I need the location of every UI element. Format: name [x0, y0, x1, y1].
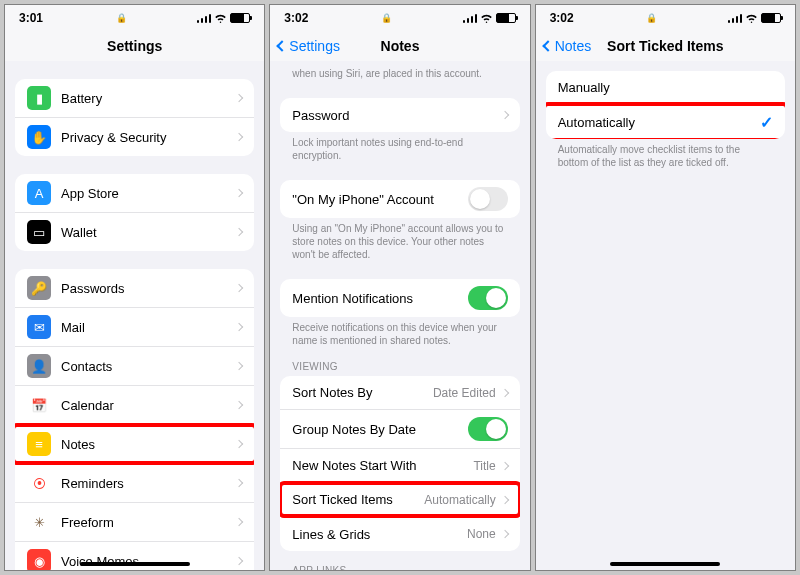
password-footnote: Lock important notes using end-to-end en…: [280, 132, 519, 162]
status-time: 3:01: [19, 11, 43, 25]
settings-row-wallet[interactable]: ▭Wallet: [15, 213, 254, 251]
settings-row-notes[interactable]: ≡Notes: [15, 425, 254, 464]
settings-row-contacts[interactable]: 👤Contacts: [15, 347, 254, 386]
page-title: Sort Ticked Items: [607, 38, 723, 54]
mention-toggle[interactable]: [468, 286, 508, 310]
status-time: 3:02: [284, 11, 308, 25]
row-label: Password: [292, 108, 501, 123]
sort-options-list[interactable]: ManuallyAutomatically✓ Automatically mov…: [536, 61, 795, 570]
notes-settings-list[interactable]: when using Siri, are placed in this acco…: [270, 61, 529, 570]
notes-settings-screen: 3:02🔒 Settings Notes when using Siri, ar…: [269, 4, 530, 571]
battery-icon: [230, 13, 250, 23]
chevron-right-icon: [235, 133, 243, 141]
view-row-group-notes-by-date[interactable]: Group Notes By Date: [280, 410, 519, 449]
chevron-left-icon: [542, 40, 553, 51]
cell-signal-icon: [197, 13, 211, 23]
settings-list[interactable]: ▮Battery✋Privacy & SecurityAApp Store▭Wa…: [5, 61, 264, 570]
chevron-right-icon: [235, 440, 243, 448]
page-title: Settings: [107, 38, 162, 54]
chevron-right-icon: [500, 111, 508, 119]
voicememos-icon: ◉: [27, 549, 51, 570]
row-label: Manually: [558, 80, 773, 95]
chevron-left-icon: [277, 40, 288, 51]
sort-options-group: ManuallyAutomatically✓: [546, 71, 785, 139]
row-label: "On My iPhone" Account: [292, 192, 467, 207]
chevron-right-icon: [235, 518, 243, 526]
settings-row-privacy-security[interactable]: ✋Privacy & Security: [15, 118, 254, 156]
viewing-header: VIEWING: [280, 347, 519, 376]
password-group: Password: [280, 98, 519, 132]
status-time: 3:02: [550, 11, 574, 25]
freeform-icon: ✳︎: [27, 510, 51, 534]
chevron-right-icon: [500, 495, 508, 503]
nav-bar: Settings: [5, 31, 264, 61]
row-label: Battery: [61, 91, 236, 106]
view-row-sort-notes-by[interactable]: Sort Notes ByDate Edited: [280, 376, 519, 410]
settings-row-reminders[interactable]: ⦿Reminders: [15, 464, 254, 503]
chevron-right-icon: [235, 557, 243, 565]
applinks-header: APP LINKS: [280, 551, 519, 570]
wallet-icon: ▭: [27, 220, 51, 244]
chevron-right-icon: [235, 94, 243, 102]
sort-option-manually[interactable]: Manually: [546, 71, 785, 105]
reminders-icon: ⦿: [27, 471, 51, 495]
contacts-icon: 👤: [27, 354, 51, 378]
chevron-right-icon: [235, 323, 243, 331]
battery-icon: ▮: [27, 86, 51, 110]
row-value: Date Edited: [433, 386, 496, 400]
toggle[interactable]: [468, 417, 508, 441]
cell-signal-icon: [463, 13, 477, 23]
row-value: None: [467, 527, 496, 541]
sort-footnote: Automatically move checklist items to th…: [546, 139, 785, 169]
settings-screen: 3:01🔒 Settings ▮Battery✋Privacy & Securi…: [4, 4, 265, 571]
back-button[interactable]: Settings: [278, 38, 340, 54]
nav-bar: Settings Notes: [270, 31, 529, 61]
mention-row[interactable]: Mention Notifications: [280, 279, 519, 317]
page-title: Notes: [381, 38, 420, 54]
row-label: Freeform: [61, 515, 236, 530]
chevron-right-icon: [235, 189, 243, 197]
check-icon: ✓: [760, 113, 773, 132]
settings-row-mail[interactable]: ✉︎Mail: [15, 308, 254, 347]
row-value: Automatically: [424, 493, 495, 507]
row-label: New Notes Start With: [292, 458, 473, 473]
chevron-right-icon: [235, 228, 243, 236]
settings-row-calendar[interactable]: 📅Calendar: [15, 386, 254, 425]
home-indicator[interactable]: [80, 562, 190, 566]
back-button[interactable]: Notes: [544, 38, 592, 54]
settings-group: ▮Battery✋Privacy & Security: [15, 79, 254, 156]
view-row-sort-ticked-items[interactable]: Sort Ticked ItemsAutomatically: [280, 483, 519, 517]
row-label: Voice Memos: [61, 554, 236, 569]
battery-icon: [496, 13, 516, 23]
sort-option-automatically[interactable]: Automatically✓: [546, 105, 785, 139]
settings-row-app-store[interactable]: AApp Store: [15, 174, 254, 213]
mention-group: Mention Notifications: [280, 279, 519, 317]
view-row-lines-grids[interactable]: Lines & GridsNone: [280, 517, 519, 551]
privacy-icon: ✋: [27, 125, 51, 149]
chevron-right-icon: [235, 362, 243, 370]
settings-row-battery[interactable]: ▮Battery: [15, 79, 254, 118]
settings-row-passwords[interactable]: 🔑Passwords: [15, 269, 254, 308]
chevron-right-icon: [500, 461, 508, 469]
appstore-icon: A: [27, 181, 51, 205]
row-label: Automatically: [558, 115, 760, 130]
chevron-right-icon: [235, 479, 243, 487]
onmyiphone-footnote: Using an "On My iPhone" account allows y…: [280, 218, 519, 261]
row-label: Notes: [61, 437, 236, 452]
row-label: Lines & Grids: [292, 527, 467, 542]
status-bar: 3:02🔒: [536, 5, 795, 31]
view-row-new-notes-start-with[interactable]: New Notes Start WithTitle: [280, 449, 519, 483]
onmyiphone-row[interactable]: "On My iPhone" Account: [280, 180, 519, 218]
row-label: Privacy & Security: [61, 130, 236, 145]
status-bar: 3:01🔒: [5, 5, 264, 31]
battery-icon: [761, 13, 781, 23]
viewing-group: Sort Notes ByDate EditedGroup Notes By D…: [280, 376, 519, 551]
back-label: Notes: [555, 38, 592, 54]
wifi-icon: [480, 14, 493, 23]
home-indicator[interactable]: [610, 562, 720, 566]
row-label: Wallet: [61, 225, 236, 240]
row-label: Passwords: [61, 281, 236, 296]
settings-row-freeform[interactable]: ✳︎Freeform: [15, 503, 254, 542]
onmyiphone-toggle[interactable]: [468, 187, 508, 211]
password-row[interactable]: Password: [280, 98, 519, 132]
